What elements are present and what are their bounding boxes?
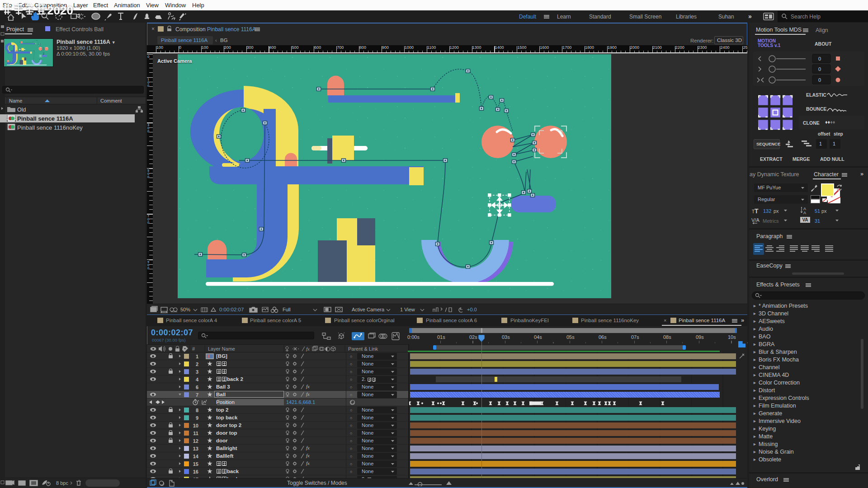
svg-text:8 bpc: 8 bpc	[56, 480, 68, 486]
svg-text:Parent & Link: Parent & Link	[348, 346, 378, 352]
svg-text:0: 0	[818, 66, 821, 72]
svg-text:#: #	[192, 346, 195, 352]
svg-text:1 View: 1 View	[400, 307, 415, 312]
svg-text:0: 0	[818, 77, 821, 83]
svg-text:2020: 2020	[47, 4, 73, 17]
svg-text:Full: Full	[283, 307, 291, 312]
svg-text:V/A: V/A	[751, 217, 760, 223]
svg-text:A: A	[803, 211, 806, 215]
svg-text:Active Camera: Active Camera	[352, 307, 385, 312]
svg-text:0:00:02:07: 0:00:02:07	[219, 307, 244, 312]
svg-text:50%: 50%	[180, 307, 190, 312]
svg-text:+0.0: +0.0	[467, 307, 477, 312]
svg-text:Layer Name: Layer Name	[208, 346, 235, 352]
svg-text:0: 0	[818, 56, 821, 61]
svg-text:fx: fx	[306, 346, 310, 352]
